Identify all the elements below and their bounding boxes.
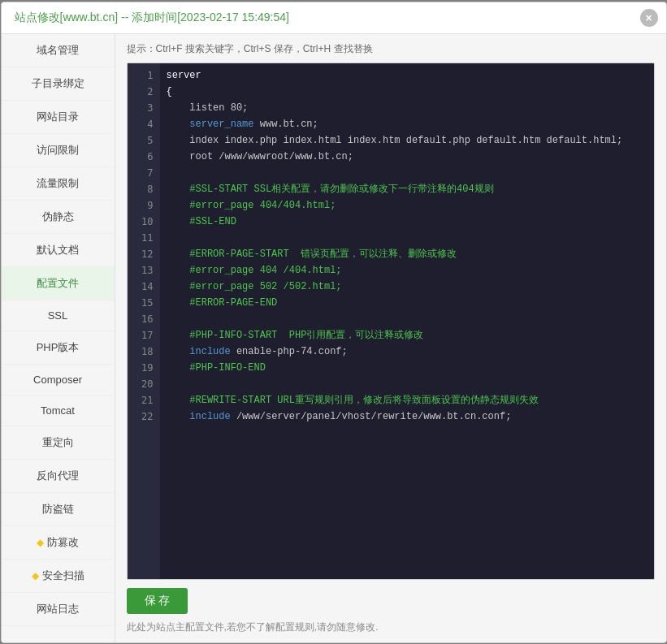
- line-number: 1: [128, 68, 160, 84]
- save-area: 保 存: [127, 588, 655, 614]
- sidebar-item-label: 默认文档: [37, 244, 79, 256]
- line-number: 16: [128, 312, 160, 328]
- line-number: 18: [128, 344, 160, 361]
- sidebar-item-label: 域名管理: [37, 44, 79, 56]
- code-lines[interactable]: server{ listen 80; server_name www.bt.cn…: [160, 63, 654, 579]
- code-line: {: [167, 84, 648, 101]
- sidebar-item-label: 网站目录: [37, 110, 79, 123]
- sidebar-item-安全扫描[interactable]: ◆安全扫描: [2, 560, 115, 593]
- sidebar-item-Composer[interactable]: Composer: [2, 365, 115, 395]
- dialog: 站点修改[www.bt.cn] -- 添加时间[2023-02-17 15:49…: [1, 2, 667, 643]
- code-line: #SSL-END: [167, 214, 648, 231]
- sidebar-item-label: 网站日志: [37, 603, 79, 615]
- line-number: 6: [128, 149, 160, 166]
- code-line: #PHP-INFO-END: [167, 361, 648, 377]
- hint-bar: 提示：Ctrl+F 搜索关键字，Ctrl+S 保存，Ctrl+H 查找替换: [127, 42, 655, 56]
- sidebar-item-网站目录[interactable]: 网站目录: [2, 101, 115, 134]
- sidebar-item-label: 访问限制: [37, 144, 79, 156]
- line-number: 12: [128, 247, 160, 263]
- line-number: 22: [128, 409, 160, 426]
- sidebar-item-PHP版本[interactable]: PHP版本: [2, 331, 115, 365]
- sidebar-item-SSL[interactable]: SSL: [2, 300, 115, 331]
- close-button[interactable]: ×: [640, 9, 658, 27]
- sidebar-item-label: 防篡改: [47, 535, 79, 550]
- line-number: 15: [128, 296, 160, 312]
- code-line: #REWRITE-START URL重写规则引用，修改后将导致面板设置的伪静态规…: [167, 393, 648, 409]
- code-line: index index.php index.html index.htm def…: [167, 133, 648, 149]
- sidebar-item-label: 子目录绑定: [32, 77, 84, 89]
- sidebar-item-防篡改[interactable]: ◆防篡改: [2, 526, 115, 560]
- code-line: #PHP-INFO-START PHP引用配置，可以注释或修改: [167, 328, 648, 344]
- line-number: 19: [128, 361, 160, 377]
- sidebar-item-label: 安全扫描: [42, 568, 84, 583]
- main-content: 提示：Ctrl+F 搜索关键字，Ctrl+S 保存，Ctrl+H 查找替换 12…: [115, 34, 666, 642]
- code-line: #error_page 404 /404.html;: [167, 263, 648, 279]
- line-number: 7: [128, 166, 160, 182]
- sidebar-item-防盗链[interactable]: 防盗链: [2, 493, 115, 526]
- sidebar-item-反向代理[interactable]: 反向代理: [2, 460, 115, 493]
- dialog-header: 站点修改[www.bt.cn] -- 添加时间[2023-02-17 15:49…: [2, 2, 666, 34]
- dialog-title: 站点修改[www.bt.cn] -- 添加时间[2023-02-17 15:49…: [15, 11, 289, 25]
- sidebar-item-label: 反向代理: [37, 469, 79, 482]
- sidebar-item-label: 流量限制: [37, 177, 79, 189]
- sidebar-item-label: PHP版本: [37, 341, 80, 353]
- sidebar-item-label: 伪静态: [42, 210, 74, 223]
- line-number: 20: [128, 377, 160, 393]
- code-line: server_name www.bt.cn;: [167, 117, 648, 133]
- line-number: 11: [128, 231, 160, 247]
- code-line: [167, 166, 648, 182]
- code-editor-wrap: 12345678910111213141516171819202122 serv…: [127, 63, 655, 580]
- code-line: include enable-php-74.conf;: [167, 344, 648, 361]
- sidebar-item-重定向[interactable]: 重定向: [2, 426, 115, 460]
- code-editor[interactable]: 12345678910111213141516171819202122 serv…: [128, 63, 654, 579]
- line-number: 8: [128, 182, 160, 198]
- sidebar-item-Tomcat[interactable]: Tomcat: [2, 395, 115, 426]
- sidebar-item-label: 配置文件: [37, 277, 79, 289]
- sidebar-item-域名管理[interactable]: 域名管理: [2, 34, 115, 67]
- code-line: listen 80;: [167, 101, 648, 117]
- code-line: [167, 231, 648, 247]
- diamond-icon: ◆: [32, 570, 39, 581]
- line-number: 2: [128, 84, 160, 101]
- line-number: 13: [128, 263, 160, 279]
- sidebar: 域名管理子目录绑定网站目录访问限制流量限制伪静态默认文档配置文件SSLPHP版本…: [2, 34, 115, 642]
- save-button[interactable]: 保 存: [127, 588, 188, 614]
- sidebar-item-label: 防盗链: [42, 503, 74, 515]
- code-line: root /www/wwwroot/www.bt.cn;: [167, 149, 648, 166]
- sidebar-item-label: SSL: [48, 309, 68, 322]
- line-number: 9: [128, 198, 160, 214]
- line-number: 10: [128, 214, 160, 231]
- sidebar-item-label: 重定向: [42, 436, 74, 448]
- line-number: 21: [128, 393, 160, 409]
- sidebar-item-伪静态[interactable]: 伪静态: [2, 201, 115, 234]
- line-number: 4: [128, 117, 160, 133]
- dialog-body: 域名管理子目录绑定网站目录访问限制流量限制伪静态默认文档配置文件SSLPHP版本…: [2, 34, 666, 642]
- code-line: #error_page 404/404.html;: [167, 198, 648, 214]
- line-number: 14: [128, 279, 160, 296]
- line-numbers: 12345678910111213141516171819202122: [128, 63, 160, 579]
- code-line: server: [167, 68, 648, 84]
- code-line: #ERROR-PAGE-START 错误页配置，可以注释、删除或修改: [167, 247, 648, 263]
- footer-hint: 此处为站点主配置文件,若您不了解配置规则,请勿随意修改.: [127, 620, 655, 634]
- code-line: [167, 312, 648, 328]
- diamond-icon: ◆: [37, 537, 44, 548]
- sidebar-item-访问限制[interactable]: 访问限制: [2, 134, 115, 167]
- sidebar-item-默认文档[interactable]: 默认文档: [2, 234, 115, 267]
- sidebar-item-label: Composer: [33, 374, 82, 386]
- line-number: 3: [128, 101, 160, 117]
- code-line: #error_page 502 /502.html;: [167, 279, 648, 296]
- sidebar-item-子目录绑定[interactable]: 子目录绑定: [2, 67, 115, 101]
- line-number: 17: [128, 328, 160, 344]
- code-line: #ERROR-PAGE-END: [167, 296, 648, 312]
- sidebar-item-流量限制[interactable]: 流量限制: [2, 167, 115, 201]
- code-line: #SSL-START SSL相关配置，请勿删除或修改下一行带注释的404规则: [167, 182, 648, 198]
- sidebar-item-配置文件[interactable]: 配置文件: [2, 267, 115, 300]
- sidebar-item-网站日志[interactable]: 网站日志: [2, 593, 115, 626]
- code-line: [167, 377, 648, 393]
- line-number: 5: [128, 133, 160, 149]
- code-line: include /www/server/panel/vhost/rewrite/…: [167, 409, 648, 426]
- sidebar-item-label: Tomcat: [41, 404, 75, 417]
